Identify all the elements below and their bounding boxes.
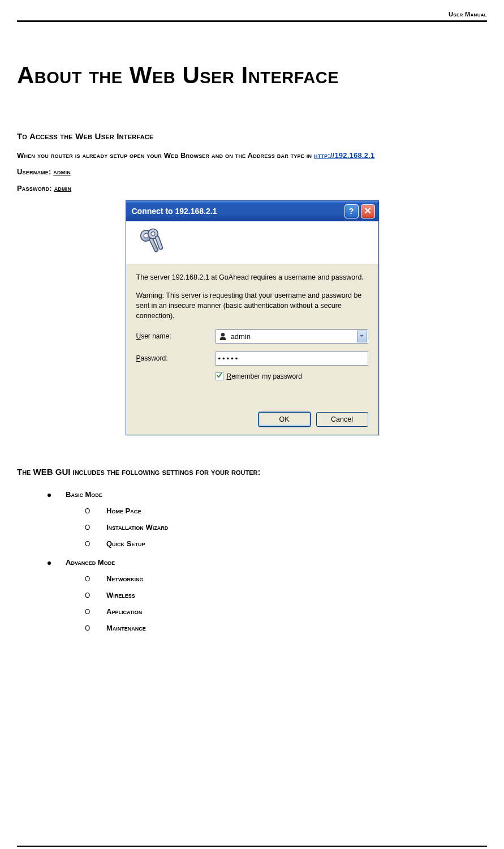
username-label: Username: <box>17 168 53 176</box>
keys-icon <box>135 226 167 259</box>
svg-point-6 <box>221 333 224 336</box>
password-dots: ••••• <box>218 354 240 363</box>
bullet-icon <box>48 494 51 497</box>
router-url-link[interactable]: http://192.168.2.1 <box>314 151 374 160</box>
bullet-icon <box>48 561 51 565</box>
username-field-label: User name: <box>136 332 216 340</box>
sub-bullet: O <box>85 524 92 531</box>
username-value: admin <box>53 168 71 176</box>
password-input[interactable]: ••••• <box>216 351 368 366</box>
check-icon <box>216 372 222 380</box>
section-access-heading: To Access the Web User Interface <box>17 131 487 141</box>
username-combobox[interactable]: admin <box>216 329 368 344</box>
password-line: Password: admin <box>17 184 487 192</box>
intro-prefix: When you router is already setup open yo… <box>17 151 314 160</box>
user-icon <box>218 332 227 341</box>
remember-checkbox[interactable] <box>216 372 223 380</box>
warning-message: Warning: This server is requesting that … <box>136 290 368 321</box>
auth-dialog: Connect to 192.168.2.1 ? <box>126 200 379 435</box>
chevron-down-icon <box>359 332 364 340</box>
ok-button[interactable]: OK <box>259 412 311 427</box>
remember-label: Remember my password <box>227 372 302 380</box>
password-label: Password: <box>17 184 54 192</box>
svg-point-4 <box>151 232 155 236</box>
password-field-label: Password: <box>136 354 216 362</box>
dialog-title: Connect to 192.168.2.1 <box>132 207 217 216</box>
close-icon <box>364 207 371 216</box>
sub-item-label: Networking <box>106 574 143 583</box>
username-value-field: admin <box>231 332 365 341</box>
sub-bullet: O <box>85 624 92 632</box>
dialog-titlebar: Connect to 192.168.2.1 ? <box>126 201 378 221</box>
sub-item-label: Wireless <box>106 591 135 599</box>
sub-item-label: Application <box>106 607 142 616</box>
cancel-button[interactable]: Cancel <box>316 412 368 427</box>
sub-item-label: Quick Setup <box>106 539 145 548</box>
section-gui-heading: The WEB GUI includes the following setti… <box>17 467 487 477</box>
sub-bullet: O <box>85 608 92 616</box>
username-line: Username: admin <box>17 168 487 176</box>
sub-bullet: O <box>85 591 92 599</box>
intro-text: When you router is already setup open yo… <box>17 151 487 160</box>
close-button[interactable] <box>361 204 375 218</box>
sub-item-label: Maintenance <box>106 624 146 632</box>
server-message: The server 192.168.2.1 at GoAhead requir… <box>136 272 368 282</box>
sub-bullet: O <box>85 540 92 548</box>
sub-item-label: Installation Wizard <box>106 523 168 531</box>
mode-label: Advanced Mode <box>66 558 115 567</box>
sub-bullet: O <box>85 575 92 583</box>
help-button[interactable]: ? <box>344 204 359 218</box>
header-label: User Manual <box>449 11 487 18</box>
page-title: About the Web User Interface <box>17 62 487 89</box>
keys-header-area <box>126 221 378 264</box>
sub-item-label: Home Page <box>106 507 141 515</box>
mode-label: Basic Mode <box>66 490 102 499</box>
sub-bullet: O <box>85 507 92 515</box>
password-value: admin <box>54 184 72 192</box>
dropdown-arrow[interactable] <box>357 331 367 342</box>
